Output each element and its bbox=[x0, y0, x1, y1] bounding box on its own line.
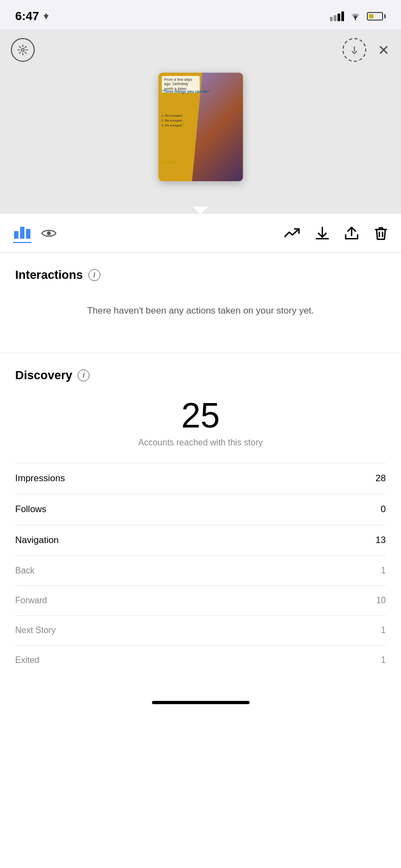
stat-row: Navigation13 bbox=[15, 525, 386, 556]
status-bar: 6:47 bbox=[0, 0, 401, 29]
download-button[interactable] bbox=[315, 226, 329, 241]
trending-button[interactable] bbox=[284, 227, 300, 240]
stat-value: 10 bbox=[376, 596, 386, 605]
home-bar bbox=[152, 701, 250, 704]
svg-rect-4 bbox=[26, 229, 30, 239]
stat-value: 1 bbox=[381, 566, 386, 576]
toolbar bbox=[0, 214, 401, 253]
stat-label: Impressions bbox=[15, 473, 65, 484]
svg-point-1 bbox=[22, 49, 24, 52]
stat-label: Exited bbox=[15, 655, 39, 665]
settings-icon bbox=[17, 44, 28, 55]
stat-label: Follows bbox=[15, 504, 47, 515]
stat-label: Navigation bbox=[15, 535, 59, 546]
delete-button[interactable] bbox=[374, 226, 388, 241]
stat-row: Next Story1 bbox=[15, 615, 386, 645]
story-notch bbox=[193, 207, 208, 214]
discovery-title: Discovery i bbox=[15, 368, 386, 382]
svg-rect-3 bbox=[20, 227, 24, 239]
status-time: 6:47 bbox=[15, 9, 50, 23]
download-circle-button[interactable] bbox=[342, 38, 366, 62]
story-card-brand: ADWEEK bbox=[162, 160, 180, 165]
stat-row: Forward10 bbox=[15, 585, 386, 615]
signal-bars bbox=[330, 11, 344, 21]
trash-icon bbox=[374, 226, 388, 241]
stat-label: Next Story bbox=[15, 626, 56, 635]
stat-value: 13 bbox=[375, 535, 386, 546]
interactions-empty-message: There haven't been any actions taken on … bbox=[15, 282, 386, 340]
svg-rect-2 bbox=[14, 231, 18, 239]
interactions-info-icon[interactable]: i bbox=[88, 269, 100, 281]
story-card-quote: "Three things you can do:" bbox=[162, 89, 240, 94]
battery-icon bbox=[367, 12, 386, 21]
interactions-title: Interactions i bbox=[15, 268, 386, 282]
home-indicator bbox=[0, 692, 401, 711]
svg-point-5 bbox=[47, 231, 51, 235]
download-circle-icon bbox=[349, 44, 360, 55]
toolbar-left bbox=[13, 224, 56, 243]
eye-icon bbox=[41, 228, 56, 239]
story-preview-area: From a few days ago. Definitely worth a … bbox=[0, 29, 401, 214]
wifi-icon bbox=[349, 12, 361, 21]
top-controls bbox=[11, 38, 390, 62]
svg-point-0 bbox=[355, 19, 356, 20]
chart-tab[interactable] bbox=[13, 224, 31, 243]
story-card: From a few days ago. Definitely worth a … bbox=[158, 73, 243, 181]
discovery-info-icon[interactable]: i bbox=[78, 369, 90, 381]
stat-value: 28 bbox=[375, 473, 386, 484]
share-button[interactable] bbox=[345, 226, 359, 241]
accounts-reached-number: 25 bbox=[15, 395, 386, 436]
stat-row: Exited1 bbox=[15, 645, 386, 675]
stat-row: Back1 bbox=[15, 556, 386, 585]
stat-value: 1 bbox=[381, 655, 386, 665]
stat-value: 1 bbox=[381, 626, 386, 635]
download-icon bbox=[315, 226, 329, 241]
accounts-reached-label: Accounts reached with this story bbox=[15, 438, 386, 448]
settings-circle-icon[interactable] bbox=[11, 38, 35, 62]
status-icons bbox=[330, 11, 386, 21]
discovery-section: Discovery i 25 Accounts reached with thi… bbox=[0, 353, 401, 692]
interactions-section: Interactions i There haven't been any ac… bbox=[0, 253, 401, 353]
location-icon bbox=[42, 12, 50, 20]
stat-row: Impressions28 bbox=[15, 463, 386, 494]
close-icon[interactable] bbox=[377, 43, 390, 56]
toolbar-right bbox=[284, 226, 388, 241]
top-right-icons bbox=[342, 38, 390, 62]
content: Interactions i There haven't been any ac… bbox=[0, 253, 401, 692]
stat-row: Follows0 bbox=[15, 494, 386, 525]
story-card-list: 1. Be enraged. 2. Be enraged. 3. Be enra… bbox=[162, 113, 184, 128]
stat-label: Back bbox=[15, 566, 35, 576]
stat-label: Forward bbox=[15, 596, 47, 605]
stats-container: Impressions28Follows0Navigation13Back1Fo… bbox=[15, 463, 386, 675]
eye-tab[interactable] bbox=[41, 228, 56, 239]
stat-value: 0 bbox=[381, 504, 386, 515]
share-icon bbox=[345, 226, 359, 241]
chart-bar-icon bbox=[13, 224, 31, 240]
trending-up-icon bbox=[284, 227, 300, 240]
